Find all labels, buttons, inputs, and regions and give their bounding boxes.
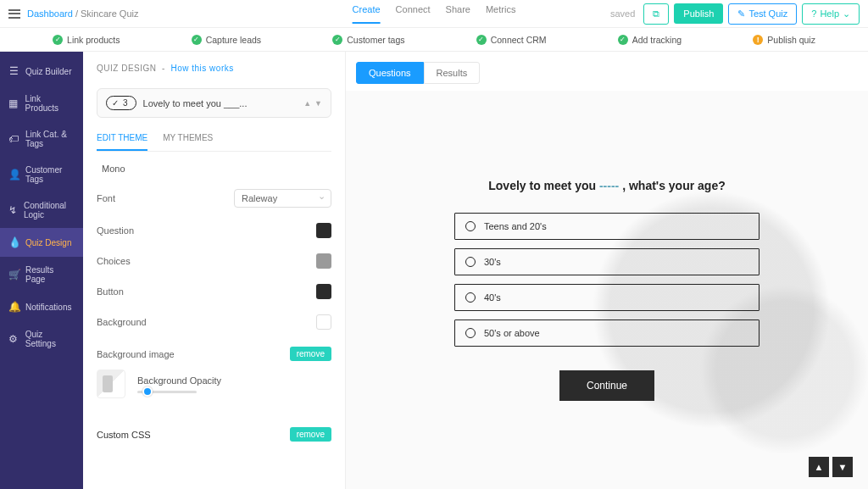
question-color-swatch[interactable] [316,223,331,238]
sidebar-item-label: Quiz Design [25,238,71,247]
paint-icon: 💧 [8,236,19,248]
row-choices-color: Choices [97,253,331,269]
test-quiz-label: Test Quiz [748,8,787,19]
bg-opacity-label: Background Opacity [137,375,331,386]
custom-css-label: Custom CSS [97,430,151,440]
gear-icon: ⚙ [8,333,19,345]
radio-icon [465,221,476,231]
preview-tabs: QuestionsResults [356,62,868,84]
sidebar-item-label: Quiz Settings [25,330,75,348]
choices-color-swatch[interactable] [316,253,331,269]
next-arrow-button[interactable]: ▼ [832,457,853,477]
radio-icon [465,257,476,267]
topbar-nav: Create Connect Share Metrics [353,4,516,24]
choice-label: 50's or above [484,328,540,338]
question-pre: Lovely to meet you [488,179,599,192]
check-icon: ✓ [618,35,628,45]
continue-button[interactable]: Continue [559,370,654,401]
publish-button[interactable]: Publish [674,3,723,24]
preview-nav-arrows: ▲ ▼ [809,457,853,477]
remove-css-button[interactable]: remove [290,427,331,442]
tab-results[interactable]: Results [424,62,481,84]
remove-bg-image-button[interactable]: remove [290,347,331,361]
step-add-tracking[interactable]: ✓Add tracking [618,35,682,45]
sidebar-item-link-products[interactable]: ▦Link Products [0,86,83,121]
choices-list: Teens and 20's 30's 40's 50's or above [454,213,760,347]
sidebar-item-label: Customer Tags [25,165,75,184]
tab-my-themes[interactable]: MY THEMES [163,133,213,151]
quiz-content: Lovely to meet you ----- , what's your a… [454,179,760,401]
sidebar-item-label: Quiz Builder [25,67,71,76]
builder-icon: ☰ [8,65,19,77]
prev-arrow-button[interactable]: ▲ [809,457,829,477]
top-bar: Dashboard / Skincare Quiz Create Connect… [0,0,868,28]
sidebar-item-quiz-settings[interactable]: ⚙Quiz Settings [0,321,83,357]
chevron-down-icon: ⌄ [843,8,850,19]
sidebar-item-quiz-builder[interactable]: ☰Quiz Builder [0,57,83,86]
question-label: Question [97,225,134,236]
sidebar-item-conditional-logic[interactable]: ↯Conditional Logic [0,192,83,228]
menu-icon[interactable] [8,9,20,19]
caret-down-icon[interactable]: ▼ [314,99,322,108]
font-label: Font [97,193,115,203]
panel-title-row: QUIZ DESIGN - How this works [97,64,331,73]
bg-image-thumbnail[interactable] [97,370,125,398]
nav-metrics[interactable]: Metrics [486,4,515,24]
step-customer-tags[interactable]: ✓Customer tags [332,35,404,45]
button-label: Button [97,286,124,297]
step-connect-crm[interactable]: ✓Connect CRM [476,35,547,45]
test-quiz-button[interactable]: ✎ Test Quiz [728,3,797,25]
nav-share[interactable]: Share [446,4,470,24]
background-color-swatch[interactable] [316,314,331,330]
tab-questions[interactable]: Questions [356,62,424,84]
background-label: Background [97,317,147,327]
font-select[interactable]: Raleway [234,189,331,208]
choice-label: 40's [484,292,501,303]
button-color-swatch[interactable] [316,284,331,299]
tab-edit-theme[interactable]: EDIT THEME [97,133,147,151]
slider-knob[interactable] [142,386,153,397]
help-button[interactable]: ? Help ⌄ [802,3,860,25]
help-label: Help [820,8,839,19]
topbar-left: Dashboard / Skincare Quiz [8,8,139,19]
breadcrumb-dashboard-link[interactable]: Dashboard [27,8,73,19]
link-icon: ▦ [8,97,19,109]
sidebar-item-link-cat-tags[interactable]: 🏷Link Cat. & Tags [0,121,83,157]
sidebar-item-customer-tags[interactable]: 👤Customer Tags [0,157,83,192]
choice-option[interactable]: 50's or above [454,320,760,347]
theme-name: Mono [97,164,331,174]
question-nav: ▲ ▼ [303,99,322,108]
choice-option[interactable]: 40's [454,284,760,311]
user-icon: 👤 [8,169,19,181]
bg-opacity-slider[interactable] [137,391,197,393]
how-this-works-link[interactable]: How this works [170,64,233,73]
step-link-products[interactable]: ✓Link products [53,35,120,45]
check-icon: ✓ [112,98,119,108]
sidebar-item-quiz-design[interactable]: 💧Quiz Design [0,228,83,257]
bg-image-label: Background image [97,349,175,359]
choice-option[interactable]: Teens and 20's [454,213,760,240]
step-capture-leads[interactable]: ✓Capture leads [192,35,261,45]
branch-icon: ↯ [8,204,17,216]
nav-create[interactable]: Create [353,4,381,24]
step-publish-quiz[interactable]: !Publish quiz [753,35,815,45]
question-pill: ✓ 3 [106,96,136,110]
nav-connect[interactable]: Connect [396,4,431,24]
copy-button[interactable]: ⧉ [643,3,669,25]
step-label: Capture leads [206,35,261,45]
main-layout: ☰Quiz Builder ▦Link Products 🏷Link Cat. … [0,52,868,489]
row-font: Font Raleway [97,189,331,208]
sidebar-item-notifications[interactable]: 🔔Notifications [0,292,83,321]
radio-icon [465,328,476,338]
check-icon: ✓ [332,35,342,45]
sidebar-item-label: Link Products [25,94,75,113]
choice-option[interactable]: 30's [454,248,760,275]
row-background-image: Background image remove Background Opaci… [97,347,331,398]
step-label: Customer tags [347,35,404,45]
choice-label: Teens and 20's [484,221,547,231]
step-label: Connect CRM [491,35,547,45]
sidebar-item-results-page[interactable]: 🛒Results Page [0,257,83,292]
caret-up-icon[interactable]: ▲ [303,99,311,108]
sidebar-item-label: Link Cat. & Tags [25,130,75,148]
question-selector[interactable]: ✓ 3 Lovely to meet you ___... ▲ ▼ [97,88,331,118]
